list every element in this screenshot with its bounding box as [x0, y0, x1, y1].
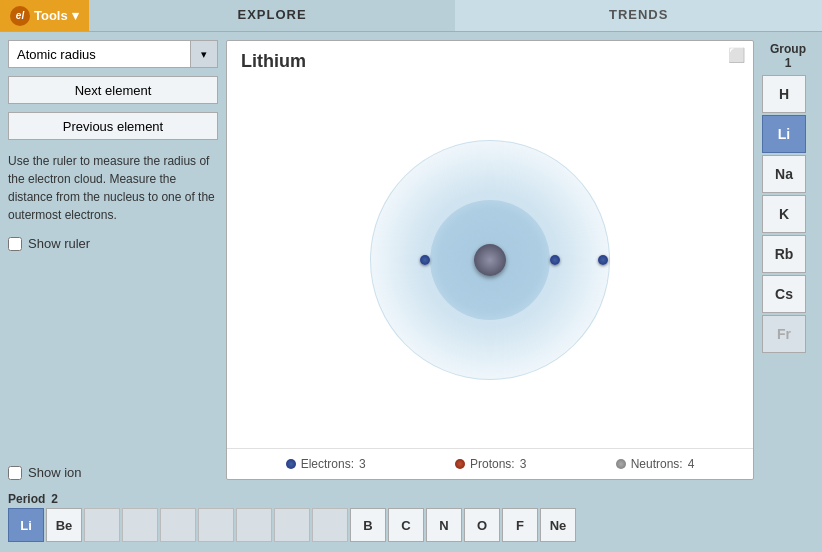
neutron-dot-icon	[616, 459, 626, 469]
period-btn-empty-4	[198, 508, 234, 542]
next-element-button[interactable]: Next element	[8, 76, 218, 104]
show-ruler-label[interactable]: Show ruler	[28, 236, 90, 251]
group-element-Rb[interactable]: Rb	[762, 235, 806, 273]
tab-explore[interactable]: EXPLORE	[89, 0, 456, 31]
show-ruler-row: Show ruler	[8, 236, 218, 251]
period-btn-empty-2	[122, 508, 158, 542]
period-btn-B[interactable]: B	[350, 508, 386, 542]
atom-viewer	[227, 72, 753, 448]
nucleus	[474, 244, 506, 276]
period-text: Period	[8, 492, 45, 506]
show-ruler-checkbox[interactable]	[8, 237, 22, 251]
tools-label: Tools	[34, 8, 68, 23]
group-label: Group1	[762, 40, 814, 75]
protons-legend: Protons: 3	[455, 457, 526, 471]
group-element-Li[interactable]: Li	[762, 115, 806, 153]
neutrons-label: Neutrons:	[631, 457, 683, 471]
group-element-H[interactable]: H	[762, 75, 806, 113]
period-label: Period 2	[8, 492, 814, 506]
property-dropdown-row: Atomic radius Ionization energy Electron…	[8, 40, 218, 68]
dropdown-arrow-icon[interactable]: ▾	[190, 40, 218, 68]
electron-dot-icon	[286, 459, 296, 469]
tools-button[interactable]: el Tools ▾	[0, 0, 89, 31]
tab-trends[interactable]: TRENDS	[455, 0, 822, 31]
group-element-Cs[interactable]: Cs	[762, 275, 806, 313]
show-ion-label[interactable]: Show ion	[28, 465, 81, 480]
main-layout: Atomic radius Ionization energy Electron…	[0, 32, 822, 488]
period-btn-Ne[interactable]: Ne	[540, 508, 576, 542]
electron-3	[598, 255, 608, 265]
electrons-count: 3	[359, 457, 366, 471]
electrons-label: Electrons:	[301, 457, 354, 471]
atom-legend: Electrons: 3 Protons: 3 Neutrons: 4	[227, 448, 753, 479]
group-element-Na[interactable]: Na	[762, 155, 806, 193]
atom-container	[360, 130, 620, 390]
atom-title: Lithium	[227, 41, 753, 72]
period-btn-Li[interactable]: Li	[8, 508, 44, 542]
period-btn-empty-7	[312, 508, 348, 542]
period-btn-N[interactable]: N	[426, 508, 462, 542]
period-btn-empty-5	[236, 508, 272, 542]
tab-area: EXPLORE TRENDS	[89, 0, 822, 31]
group-element-Fr: Fr	[762, 315, 806, 353]
property-select[interactable]: Atomic radius Ionization energy Electron…	[8, 40, 190, 68]
group-element-K[interactable]: K	[762, 195, 806, 233]
protons-count: 3	[520, 457, 527, 471]
period-btn-empty-3	[160, 508, 196, 542]
period-btn-F[interactable]: F	[502, 508, 538, 542]
electron-1	[420, 255, 430, 265]
period-number: 2	[51, 492, 58, 506]
neutrons-legend: Neutrons: 4	[616, 457, 695, 471]
tools-dropdown-arrow: ▾	[72, 8, 79, 23]
electrons-legend: Electrons: 3	[286, 457, 366, 471]
period-btn-empty-1	[84, 508, 120, 542]
previous-element-button[interactable]: Previous element	[8, 112, 218, 140]
protons-label: Protons:	[470, 457, 515, 471]
period-btn-Be[interactable]: Be	[46, 508, 82, 542]
left-panel: Atomic radius Ionization energy Electron…	[8, 40, 218, 480]
proton-dot-icon	[455, 459, 465, 469]
right-panel: Group1 H Li Na K Rb Cs Fr	[762, 40, 814, 480]
period-btn-C[interactable]: C	[388, 508, 424, 542]
neutrons-count: 4	[688, 457, 695, 471]
period-elements: Li Be B C N O F Ne	[8, 508, 814, 542]
top-bar: el Tools ▾ EXPLORE TRENDS	[0, 0, 822, 32]
electron-2	[550, 255, 560, 265]
bottom-row: Period 2 Li Be B C N O F Ne	[0, 488, 822, 552]
show-ion-checkbox[interactable]	[8, 466, 22, 480]
center-panel: Lithium ⬜ Electrons: 3 Protons: 3	[226, 40, 754, 480]
tools-logo: el	[10, 6, 30, 26]
period-btn-empty-6	[274, 508, 310, 542]
show-ion-row: Show ion	[8, 465, 218, 480]
period-btn-O[interactable]: O	[464, 508, 500, 542]
camera-icon[interactable]: ⬜	[728, 47, 745, 63]
description-text: Use the ruler to measure the radius of t…	[8, 152, 218, 224]
